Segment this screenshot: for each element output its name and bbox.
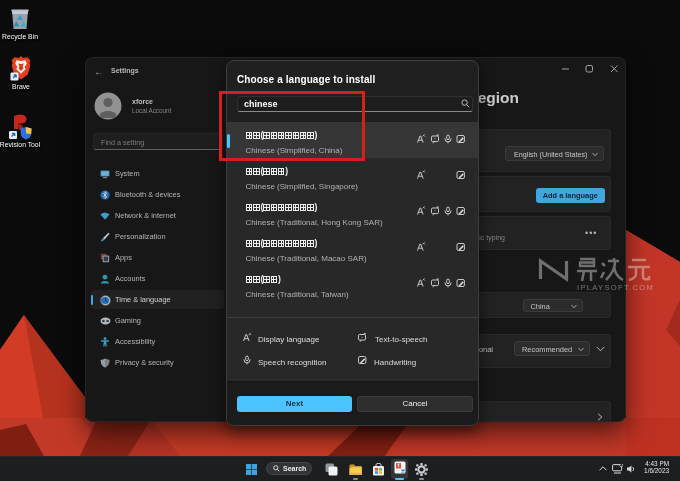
svg-text:IPLAYSOFT.COM: IPLAYSOFT.COM xyxy=(577,283,654,292)
